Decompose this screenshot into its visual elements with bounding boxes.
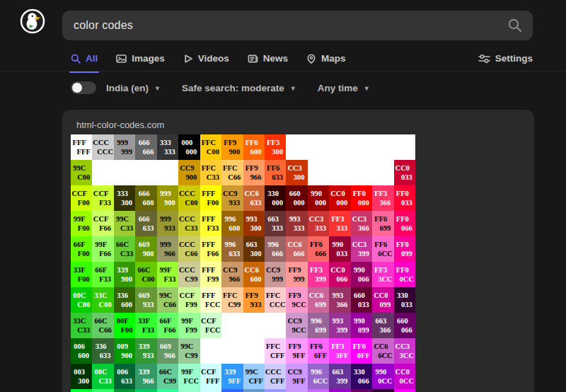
toggle-knob <box>72 83 82 93</box>
tab-all[interactable]: All <box>71 47 98 71</box>
color-cell: CCFFFF <box>200 364 221 389</box>
color-cell <box>135 160 156 185</box>
tab-maps[interactable]: Maps <box>306 47 346 71</box>
color-cell: 339933 <box>135 338 156 364</box>
color-cell: 996633 <box>221 236 243 262</box>
color-cell: 009900 <box>114 338 135 364</box>
region-toggle[interactable] <box>71 81 96 94</box>
search-bar[interactable] <box>62 11 533 40</box>
color-cell: 00CC33 <box>92 364 113 389</box>
safe-search-dropdown[interactable]: Safe search: moderate ▼ <box>182 83 296 93</box>
color-cell: 669900 <box>135 236 156 262</box>
color-cell: 669933 <box>135 287 156 313</box>
color-cell: 66CC33 <box>114 236 135 262</box>
color-cell: FF6666 <box>308 236 329 262</box>
color-cell: 663366 <box>372 313 393 338</box>
color-cell: 33FF00 <box>71 262 92 287</box>
color-cell: CCFFFF <box>200 389 221 392</box>
region-dropdown[interactable]: India (en) ▼ <box>106 83 161 93</box>
color-cell: 666633 <box>135 211 156 236</box>
color-cell <box>200 338 221 364</box>
color-cell: 993366 <box>329 287 350 313</box>
color-cell: 336600 <box>114 287 135 313</box>
color-cell: CCFF99 <box>178 287 200 313</box>
color-cell: 660033 <box>351 287 372 313</box>
color-cell: CCCC00 <box>178 185 200 211</box>
color-cell: 666600 <box>135 185 156 211</box>
color-cell: CC33CC <box>394 338 415 364</box>
color-cell: 6699CC <box>243 389 265 392</box>
color-cell: 990033 <box>329 236 350 262</box>
color-cell: 990000 <box>308 185 329 211</box>
color-cell: 9999FF <box>265 389 286 392</box>
color-cell: CC0000 <box>329 185 350 211</box>
tab-images[interactable]: Images <box>116 47 165 71</box>
color-cell: FFFF66 <box>200 236 221 262</box>
color-cell: 66FF66 <box>157 313 178 338</box>
time-label: Any time <box>318 83 358 93</box>
color-cell: FFCC99 <box>221 287 243 313</box>
color-cell: 33CC00 <box>92 287 113 313</box>
search-input[interactable] <box>74 19 507 32</box>
result-source[interactable]: html-color-codes.com <box>62 110 534 130</box>
color-cell: 333333 <box>157 134 178 160</box>
result-card[interactable]: html-color-codes.com FFFFFFCCCCCC9999996… <box>62 110 534 392</box>
color-cell: 660000 <box>286 185 307 211</box>
color-cell <box>308 134 329 160</box>
color-cell: CC6699 <box>308 287 329 313</box>
tab-label: Maps <box>321 53 346 64</box>
color-cell: FFFFCC <box>200 287 221 313</box>
color-cell: 993333 <box>286 211 307 236</box>
color-cell: CC0066 <box>329 262 350 287</box>
news-icon <box>248 54 258 64</box>
color-cell: FF00FF <box>351 338 372 364</box>
color-cell: 66CC99 <box>157 364 178 389</box>
color-cell: 66CC00 <box>135 262 156 287</box>
color-cell: 99CC66 <box>157 287 178 313</box>
color-cell: 339966 <box>135 364 156 389</box>
sliders-icon <box>478 54 490 64</box>
color-cell: 990099 <box>351 313 372 338</box>
color-cell: CCFF66 <box>92 211 113 236</box>
color-cell: 9900CC <box>329 389 350 392</box>
color-cell: 663399 <box>329 364 350 389</box>
settings-button[interactable]: Settings <box>478 47 533 71</box>
color-cell: 99FF99 <box>178 313 200 338</box>
safe-search-label: Safe search: moderate <box>182 83 284 93</box>
play-icon <box>183 54 193 64</box>
color-cell <box>243 313 265 338</box>
color-cell: 99FFCC <box>178 389 200 392</box>
color-cell: FF0099 <box>394 236 415 262</box>
color-cell: 996666 <box>265 236 286 262</box>
header-divider <box>0 71 566 71</box>
color-cell: CC6633 <box>243 185 265 211</box>
color-cell: CC9900 <box>178 160 200 185</box>
color-cell: FF00CC <box>394 262 415 287</box>
color-cell: FF6633 <box>265 160 286 185</box>
time-dropdown[interactable]: Any time ▼ <box>318 83 370 93</box>
color-cell: FFFF33 <box>200 211 221 236</box>
color-cell: FFFF99 <box>200 262 221 287</box>
color-cell: FF9999 <box>286 262 307 287</box>
search-icon[interactable] <box>507 18 523 33</box>
tab-label: Images <box>132 53 165 64</box>
color-cell: 3366FF <box>221 389 243 392</box>
color-cell: FF3300 <box>265 134 286 160</box>
color-cell: 9966CC <box>308 364 329 389</box>
color-cell: 993300 <box>243 211 265 236</box>
color-cell <box>372 134 393 160</box>
color-cell <box>351 160 372 185</box>
color-chart-image[interactable]: FFFFFFCCCCCC999999666666333333000000FFCC… <box>71 134 415 392</box>
tab-news[interactable]: News <box>248 47 288 71</box>
color-cell: CC3333 <box>308 211 329 236</box>
tab-videos[interactable]: Videos <box>183 47 229 71</box>
color-cell: FF00FF <box>394 389 415 392</box>
settings-label: Settings <box>495 53 533 64</box>
color-cell: FFCC00 <box>200 134 221 160</box>
color-cell: FF9966 <box>243 160 265 185</box>
color-cell: 330000 <box>265 185 286 211</box>
duckduckgo-logo[interactable] <box>20 8 45 34</box>
color-cell: 99FF00 <box>71 211 92 236</box>
color-cell: 66CC66 <box>92 313 113 338</box>
color-cell: FF3333 <box>329 211 350 236</box>
